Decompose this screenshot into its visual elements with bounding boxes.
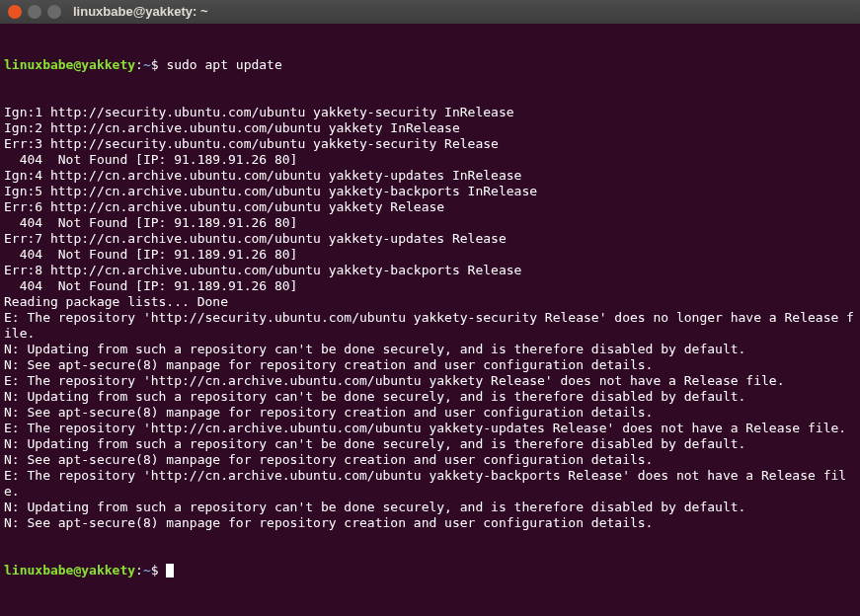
prompt-path: ~: [143, 57, 151, 72]
output-line: Err:6 http://cn.archive.ubuntu.com/ubunt…: [4, 199, 856, 215]
output-line: Err:3 http://security.ubuntu.com/ubuntu …: [4, 136, 856, 152]
maximize-icon[interactable]: [47, 5, 61, 19]
output-line: N: See apt-secure(8) manpage for reposit…: [4, 452, 856, 468]
output-line: N: Updating from such a repository can't…: [4, 500, 856, 515]
window-titlebar: linuxbabe@yakkety: ~: [0, 0, 860, 24]
output-line: 404 Not Found [IP: 91.189.91.26 80]: [4, 215, 856, 231]
output-line: N: Updating from such a repository can't…: [4, 389, 856, 405]
command-line: linuxbabe@yakkety:~$ sudo apt update: [4, 57, 856, 73]
prompt-path: ~: [143, 563, 151, 578]
output-line: Ign:2 http://cn.archive.ubuntu.com/ubunt…: [4, 120, 856, 136]
output-line: N: See apt-secure(8) manpage for reposit…: [4, 357, 856, 373]
output-line: N: See apt-secure(8) manpage for reposit…: [4, 515, 856, 531]
output-line: Err:8 http://cn.archive.ubuntu.com/ubunt…: [4, 263, 856, 278]
output-line: Ign:4 http://cn.archive.ubuntu.com/ubunt…: [4, 168, 856, 184]
output-line: 404 Not Found [IP: 91.189.91.26 80]: [4, 278, 856, 294]
output-line: Ign:5 http://cn.archive.ubuntu.com/ubunt…: [4, 184, 856, 199]
output-line: N: See apt-secure(8) manpage for reposit…: [4, 405, 856, 421]
output-line: Ign:1 http://security.ubuntu.com/ubuntu …: [4, 105, 856, 120]
output-line: N: Updating from such a repository can't…: [4, 342, 856, 357]
output-line: Err:7 http://cn.archive.ubuntu.com/ubunt…: [4, 231, 856, 247]
prompt-symbol: $: [151, 563, 159, 578]
prompt-user-host: linuxbabe@yakkety: [4, 57, 135, 72]
output-line: E: The repository 'http://cn.archive.ubu…: [4, 421, 856, 436]
prompt-symbol: $: [151, 57, 159, 72]
output-line: Reading package lists... Done: [4, 294, 856, 310]
close-icon[interactable]: [8, 5, 22, 19]
terminal-output: Ign:1 http://security.ubuntu.com/ubuntu …: [4, 105, 856, 531]
window-title: linuxbabe@yakkety: ~: [73, 4, 208, 20]
typed-command: sudo apt update: [166, 57, 281, 72]
cursor-block: [166, 564, 174, 578]
output-line: E: The repository 'http://cn.archive.ubu…: [4, 373, 856, 389]
output-line: E: The repository 'http://cn.archive.ubu…: [4, 468, 856, 500]
output-line: N: Updating from such a repository can't…: [4, 436, 856, 452]
prompt-user-host: linuxbabe@yakkety: [4, 563, 135, 578]
ready-prompt-line: linuxbabe@yakkety:~$: [4, 563, 856, 578]
prompt-separator: :: [135, 57, 143, 72]
prompt-separator: :: [135, 563, 143, 578]
minimize-icon[interactable]: [28, 5, 41, 19]
terminal-area[interactable]: linuxbabe@yakkety:~$ sudo apt update Ign…: [0, 24, 860, 596]
output-line: E: The repository 'http://security.ubunt…: [4, 310, 856, 342]
output-line: 404 Not Found [IP: 91.189.91.26 80]: [4, 152, 856, 168]
output-line: 404 Not Found [IP: 91.189.91.26 80]: [4, 247, 856, 263]
